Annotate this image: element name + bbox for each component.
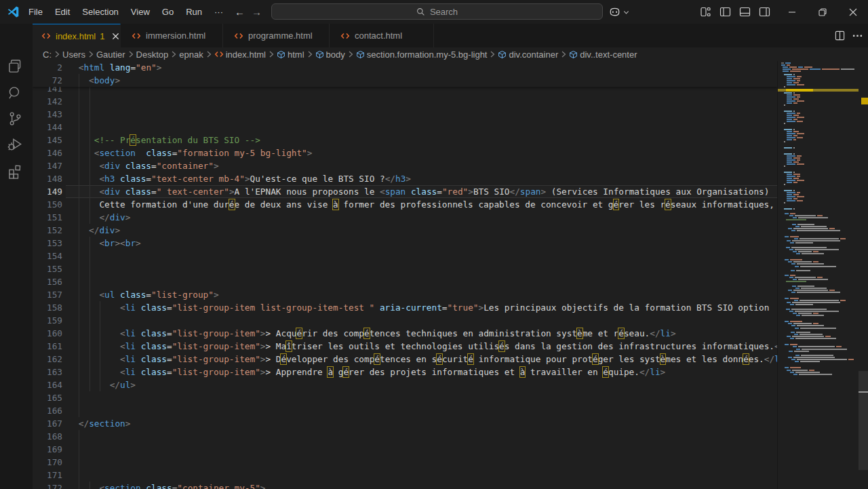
code-line: 160<li class="list-group-item">> Acquéri… bbox=[33, 327, 777, 340]
minimap-line bbox=[796, 315, 800, 316]
menu-edit[interactable]: Edit bbox=[49, 0, 76, 24]
tab-programme.html[interactable]: programme.html bbox=[223, 24, 330, 47]
minimap-line bbox=[787, 192, 795, 193]
minimap-line bbox=[797, 84, 804, 85]
editor[interactable]: 141142143144145<!-- Présentation du BTS … bbox=[33, 61, 868, 489]
window-minimize-button[interactable] bbox=[776, 0, 807, 24]
code-line: 143 bbox=[33, 108, 777, 121]
toggle-sidebar-left-icon[interactable] bbox=[719, 6, 731, 18]
minimap-line bbox=[799, 374, 832, 375]
code-area[interactable]: 141142143144145<!-- Présentation du BTS … bbox=[33, 61, 777, 489]
customize-layout-icon[interactable] bbox=[700, 6, 711, 18]
line-number: 149 bbox=[33, 185, 62, 198]
minimap-line bbox=[786, 281, 806, 282]
minimap-line bbox=[788, 261, 792, 262]
minimap-line bbox=[785, 275, 789, 276]
search-sidebar-icon[interactable] bbox=[6, 84, 24, 102]
minimap-line bbox=[793, 178, 799, 179]
minimap-line bbox=[801, 288, 827, 289]
breadcrumb-symbol[interactable]: div..text-center bbox=[569, 50, 637, 60]
line-number: 162 bbox=[33, 353, 62, 366]
code-text: <li class="list-group-item">> Développer… bbox=[120, 353, 777, 366]
indent-guide bbox=[100, 378, 100, 391]
minimap-line bbox=[784, 190, 792, 191]
minimap-line bbox=[793, 208, 795, 210]
minimap-line bbox=[798, 217, 828, 218]
indent-guide bbox=[100, 353, 100, 366]
breadcrumb-symbol[interactable]: body bbox=[315, 50, 345, 60]
explorer-icon[interactable] bbox=[6, 58, 24, 75]
split-editor-icon[interactable] bbox=[835, 31, 845, 41]
menu-run[interactable]: Run bbox=[180, 0, 208, 24]
breadcrumb-separator-icon bbox=[489, 50, 496, 58]
more-actions-icon[interactable] bbox=[852, 31, 863, 41]
nav-back-button[interactable]: ← bbox=[235, 6, 245, 18]
code-line: 167</section> bbox=[33, 417, 777, 430]
toggle-panel-icon[interactable] bbox=[739, 6, 751, 18]
breadcrumb-symbol[interactable]: html bbox=[277, 50, 304, 60]
indent-guide bbox=[79, 482, 79, 489]
nav-forward-button[interactable]: → bbox=[252, 6, 262, 18]
minimap-line bbox=[795, 226, 800, 227]
minimap-line bbox=[800, 238, 839, 239]
code-text: <section class="container my-5"> bbox=[99, 482, 265, 489]
minimap-line bbox=[793, 74, 795, 75]
run-debug-icon[interactable] bbox=[6, 136, 24, 153]
tab-immersion.html[interactable]: immersion.html bbox=[121, 24, 223, 47]
minimap-line bbox=[797, 196, 804, 197]
minimap-line bbox=[797, 113, 800, 114]
minimap[interactable] bbox=[777, 61, 859, 489]
toggle-sidebar-right-icon[interactable] bbox=[759, 6, 770, 18]
indent-guide bbox=[90, 301, 90, 314]
indent-guide bbox=[100, 366, 100, 378]
minimap-line bbox=[785, 213, 789, 214]
minimap-line bbox=[785, 298, 789, 299]
sticky-scroll[interactable]: 2<html lang="en">72<body> bbox=[33, 61, 777, 87]
window-restore-button[interactable] bbox=[807, 0, 837, 24]
menu-go[interactable]: Go bbox=[156, 0, 180, 24]
breadcrumb-symbol[interactable]: section.formation.my-5.bg-light bbox=[356, 50, 488, 60]
breadcrumb-item[interactable]: Gautier bbox=[96, 50, 125, 60]
breadcrumb-item[interactable]: Users bbox=[62, 50, 85, 60]
menu-view[interactable]: View bbox=[125, 0, 156, 24]
minimap-line bbox=[798, 251, 812, 252]
overview-ruler[interactable] bbox=[859, 61, 868, 489]
minimap-line bbox=[797, 163, 804, 165]
menu-selection[interactable]: Selection bbox=[76, 0, 124, 24]
breadcrumb-item[interactable]: Desktop bbox=[136, 50, 169, 60]
breadcrumb-separator-icon bbox=[54, 50, 60, 58]
breadcrumb-item[interactable]: epnak bbox=[179, 50, 203, 60]
minimap-line bbox=[798, 66, 803, 68]
menu-[interactable]: ··· bbox=[208, 0, 229, 24]
minimap-line bbox=[793, 135, 797, 136]
minimap-line bbox=[787, 194, 792, 195]
scrollbar-slider[interactable] bbox=[859, 371, 868, 470]
indent-guide bbox=[90, 262, 90, 275]
source-control-icon[interactable] bbox=[6, 110, 24, 128]
minimap-line bbox=[792, 69, 808, 70]
minimap-line bbox=[800, 334, 823, 335]
tab-close-icon[interactable] bbox=[111, 31, 120, 42]
line-number: 169 bbox=[33, 443, 62, 456]
vscode-logo-icon[interactable] bbox=[7, 5, 20, 18]
minimap-line bbox=[791, 230, 795, 231]
copilot-button[interactable] bbox=[608, 4, 637, 20]
minimap-line bbox=[797, 359, 847, 360]
menu-file[interactable]: File bbox=[22, 0, 49, 24]
breadcrumb-file[interactable]: index.html bbox=[214, 50, 266, 60]
minimap-line bbox=[787, 198, 792, 199]
code-text: <li class="list-group-item list-group-it… bbox=[120, 301, 769, 314]
window-close-button[interactable] bbox=[837, 0, 868, 24]
minimap-line bbox=[813, 251, 818, 252]
tab-index.html[interactable]: index.html1 bbox=[33, 24, 121, 47]
extensions-icon[interactable] bbox=[6, 162, 24, 180]
tab-contact.html[interactable]: contact.html bbox=[330, 24, 434, 47]
indent-guide bbox=[79, 469, 79, 482]
minimap-line bbox=[800, 361, 820, 362]
minimap-line bbox=[787, 240, 791, 241]
breadcrumb-symbol[interactable]: div.container bbox=[498, 50, 558, 60]
command-center-search[interactable]: Search bbox=[271, 3, 603, 20]
minimap-line bbox=[787, 180, 795, 181]
breadcrumb-item[interactable]: C: bbox=[43, 50, 52, 60]
indent-guide bbox=[90, 211, 90, 224]
